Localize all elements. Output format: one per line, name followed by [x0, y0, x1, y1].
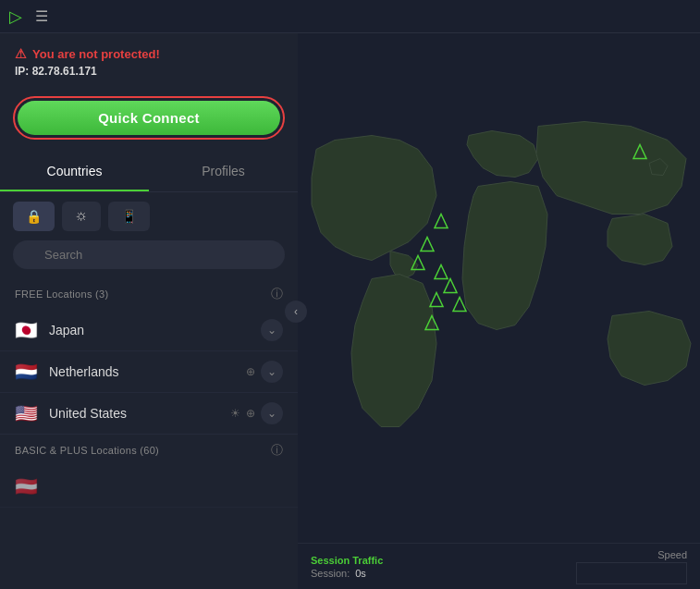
svg-marker-0	[435, 215, 448, 228]
location-icons: ⌄	[261, 319, 283, 341]
free-locations-header: FREE Locations (3) ⓘ	[0, 278, 298, 310]
right-panel: ‹	[298, 33, 700, 589]
speed-section: Speed	[576, 549, 687, 584]
list-item[interactable]: 🇺🇸 United States ☀ ⊕ ⌄	[0, 393, 298, 435]
expand-netherlands-button[interactable]: ⌄	[261, 361, 283, 383]
basic-plus-label: BASIC & PLUS Locations (60)	[15, 445, 159, 456]
filter-tor-button[interactable]: 📱	[108, 202, 150, 231]
expand-us-button[interactable]: ⌄	[261, 402, 283, 424]
search-wrapper: 🔍	[13, 240, 285, 269]
svg-marker-6	[453, 298, 466, 312]
speed-label: Speed	[576, 549, 687, 560]
map-area	[298, 33, 700, 543]
collapse-panel-button[interactable]: ‹	[285, 301, 307, 323]
tab-countries[interactable]: Countries	[0, 153, 149, 191]
search-input[interactable]	[13, 240, 285, 269]
country-name: Netherlands	[49, 364, 246, 379]
country-name: Japan	[49, 323, 261, 337]
tor-us-icon: ☀	[230, 407, 240, 420]
basic-info-icon[interactable]: ⓘ	[271, 442, 283, 459]
p2p-icon: ⊕	[246, 365, 255, 378]
status-section: ⚠ You are not protected! IP: 82.78.61.17…	[0, 33, 298, 87]
p2p-us-icon: ⊕	[246, 407, 255, 420]
lock-icon: 🔒	[26, 209, 42, 224]
menu-icon[interactable]: ☰	[35, 7, 48, 25]
logo-icon: ▷	[9, 6, 22, 27]
quick-connect-button[interactable]: Quick Connect	[18, 101, 280, 135]
filter-secure-button[interactable]: 🔒	[13, 202, 55, 231]
tabs-bar: Countries Profiles	[0, 153, 298, 192]
bottom-bar: Session Traffic Session: 0s Speed	[298, 543, 700, 589]
ip-display: IP: 82.78.61.171	[15, 65, 283, 78]
expand-japan-button[interactable]: ⌄	[261, 319, 283, 341]
quick-connect-border: Quick Connect	[13, 96, 285, 140]
session-value: 0s	[355, 568, 366, 579]
location-list[interactable]: FREE Locations (3) ⓘ 🇯🇵 Japan ⌄ 🇳🇱 Nethe…	[0, 278, 298, 589]
free-info-icon[interactable]: ⓘ	[271, 286, 283, 302]
location-icons: ⊕ ⌄	[246, 361, 283, 383]
session-label: Session:	[311, 568, 350, 579]
filter-bar: 🔒 ⛭ 📱	[0, 192, 298, 240]
svg-marker-1	[421, 238, 434, 252]
flag-japan: 🇯🇵	[15, 319, 38, 341]
main-layout: ⚠ You are not protected! IP: 82.78.61.17…	[0, 33, 700, 589]
traffic-label: Session Traffic	[311, 555, 383, 566]
ip-label: IP:	[15, 65, 29, 78]
speed-graph	[576, 562, 687, 584]
top-bar: ▷ ☰	[0, 0, 700, 33]
location-icons: ☀ ⊕ ⌄	[230, 402, 283, 424]
shield-icon: ⛭	[75, 209, 88, 224]
flag-us: 🇺🇸	[15, 402, 38, 424]
left-panel: ⚠ You are not protected! IP: 82.78.61.17…	[0, 33, 298, 589]
list-item[interactable]: 🇯🇵 Japan ⌄	[0, 310, 298, 351]
not-protected-status: ⚠ You are not protected!	[15, 46, 283, 61]
list-item[interactable]: 🇦🇹	[0, 466, 298, 508]
ip-value: 82.78.61.171	[32, 65, 97, 78]
search-container: 🔍	[0, 240, 298, 278]
traffic-row: Session: 0s	[311, 568, 383, 579]
country-name: United States	[49, 406, 230, 421]
flag-netherlands: 🇳🇱	[15, 361, 38, 383]
tor-icon: 📱	[121, 209, 137, 224]
traffic-section: Session Traffic Session: 0s	[311, 555, 383, 579]
warning-icon: ⚠	[15, 46, 27, 61]
quick-connect-wrapper: Quick Connect	[0, 87, 298, 153]
filter-shield-button[interactable]: ⛭	[62, 202, 101, 231]
list-item[interactable]: 🇳🇱 Netherlands ⊕ ⌄	[0, 351, 298, 393]
svg-marker-5	[430, 293, 443, 307]
basic-plus-locations-header: BASIC & PLUS Locations (60) ⓘ	[0, 435, 298, 466]
flag-unknown: 🇦🇹	[15, 475, 38, 497]
free-locations-label: FREE Locations (3)	[15, 288, 108, 300]
svg-marker-3	[435, 265, 448, 279]
tab-profiles[interactable]: Profiles	[149, 153, 298, 191]
protection-status-text: You are not protected!	[32, 47, 160, 61]
world-map	[298, 33, 700, 543]
svg-marker-4	[444, 279, 457, 293]
